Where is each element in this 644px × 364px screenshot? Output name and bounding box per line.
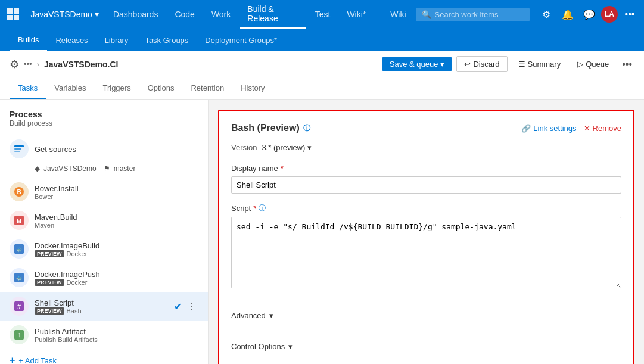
link-icon: 🔗: [521, 124, 531, 133]
tab-variables[interactable]: Variables: [46, 77, 94, 99]
page-tabs: Tasks Variables Triggers Options Retenti…: [0, 77, 644, 100]
nav-test[interactable]: Test: [308, 0, 338, 29]
shell-task-more-btn[interactable]: ⋮: [184, 300, 198, 313]
more-menu-btn[interactable]: •••: [620, 5, 639, 24]
control-options-section[interactable]: Control Options ▾: [231, 336, 621, 357]
display-name-input[interactable]: [231, 176, 621, 194]
advanced-chevron-icon: ▾: [269, 311, 273, 320]
bower-icon: B: [10, 182, 29, 201]
nav-work[interactable]: Work: [204, 0, 238, 29]
svg-rect-3: [14, 15, 19, 20]
task-shell-script[interactable]: # Shell Script PREVIEW Bash ✔ ⋮: [0, 292, 208, 321]
docker-imagebuild-info: Docker.ImageBuild PREVIEW Docker: [35, 241, 198, 257]
version-select[interactable]: 3.* (preview) ▾: [262, 143, 312, 152]
tab-options[interactable]: Options: [139, 77, 183, 99]
breadcrumb-dots[interactable]: •••: [24, 60, 32, 69]
task-get-sources[interactable]: Get sources: [0, 135, 208, 163]
svg-text:#: #: [17, 303, 21, 310]
tab-tasks[interactable]: Tasks: [10, 77, 46, 99]
sub-nav: Builds Releases Library Task Groups Depl…: [0, 29, 644, 51]
task-publish-artifact[interactable]: ↑ Publish Artifact Publish Build Artifac…: [0, 321, 208, 349]
config-header: Bash (Preview) ⓘ 🔗 Link settings ✕ Remov…: [231, 123, 621, 133]
tab-retention[interactable]: Retention: [182, 77, 232, 99]
discard-button[interactable]: ↩ Discard: [456, 56, 507, 72]
task-config-box: Bash (Preview) ⓘ 🔗 Link settings ✕ Remov…: [218, 110, 634, 364]
script-required: *: [253, 204, 256, 213]
process-sub: Build process: [10, 119, 198, 127]
chat-icon-btn[interactable]: 💬: [580, 5, 599, 24]
advanced-section[interactable]: Advanced ▾: [231, 305, 621, 326]
save-queue-button[interactable]: Save & queue ▾: [382, 57, 452, 71]
shell-script-actions: ✔ ⋮: [174, 300, 198, 313]
breadcrumb-bar: ⚙ ••• › JavaVSTSDemo.CI Save & queue ▾ ↩…: [0, 51, 644, 77]
title-info-icon[interactable]: ⓘ: [303, 123, 310, 133]
nav-dashboards[interactable]: Dashboards: [106, 0, 166, 29]
task-docker-imagebuild[interactable]: 🐳 Docker.ImageBuild PREVIEW Docker: [0, 235, 208, 263]
branch-name: master: [114, 164, 136, 173]
subnav-releases[interactable]: Releases: [47, 30, 96, 51]
svg-rect-5: [14, 148, 21, 150]
script-label: Script * ⓘ: [231, 203, 621, 213]
svg-text:🐳: 🐳: [16, 247, 22, 253]
publish-artifact-icon: ↑: [10, 325, 29, 344]
script-textarea[interactable]: [231, 217, 621, 288]
subnav-library[interactable]: Library: [97, 30, 137, 51]
pipeline-icon: ⚙: [10, 58, 19, 71]
org-name[interactable]: JavaVSTSDemo ▾: [26, 0, 103, 29]
search-box[interactable]: 🔍: [416, 8, 530, 21]
queue-icon: ▷: [577, 60, 583, 69]
settings-icon-btn[interactable]: ⚙: [537, 5, 556, 24]
tab-history[interactable]: History: [232, 77, 273, 99]
add-task-button[interactable]: + + Add Task: [0, 349, 208, 364]
discard-icon: ↩: [464, 60, 471, 69]
publish-artifact-info: Publish Artifact Publish Build Artifacts: [35, 327, 198, 343]
svg-rect-2: [7, 15, 13, 20]
right-panel: Bash (Preview) ⓘ 🔗 Link settings ✕ Remov…: [209, 100, 644, 364]
queue-button[interactable]: ▷ Queue: [571, 57, 615, 71]
svg-text:🐳: 🐳: [16, 275, 22, 281]
user-avatar[interactable]: LA: [601, 6, 618, 23]
display-name-group: Display name *: [231, 164, 621, 194]
nav-wiki[interactable]: Wiki: [383, 0, 413, 29]
maven-build-info: Maven.Build Maven: [35, 213, 198, 229]
bower-install-info: Bower.Install Bower: [35, 184, 198, 200]
task-docker-imagepush[interactable]: 🐳 Docker.ImagePush PREVIEW Docker: [0, 263, 208, 292]
breadcrumb-current: JavaVSTSDemo.CI: [44, 60, 119, 69]
get-sources-info: Get sources: [35, 145, 198, 154]
display-name-required: *: [281, 164, 284, 173]
main-content: Process Build process Get sources ◆ Java…: [0, 100, 644, 364]
top-nav: JavaVSTSDemo ▾ Dashboards Code Work Buil…: [0, 0, 644, 29]
task-bower-install[interactable]: B Bower.Install Bower: [0, 178, 208, 206]
task-maven-build[interactable]: M Maven.Build Maven: [0, 206, 208, 235]
nav-wiki-star[interactable]: Wiki*: [340, 0, 373, 29]
add-icon: +: [10, 355, 15, 364]
remove-button[interactable]: ✕ Remove: [584, 124, 621, 133]
notifications-icon-btn[interactable]: 🔔: [558, 5, 577, 24]
search-icon: 🔍: [422, 10, 431, 19]
left-panel: Process Build process Get sources ◆ Java…: [0, 100, 209, 364]
branch-icon: ⚑: [104, 164, 110, 173]
config-title: Bash (Preview) ⓘ: [231, 123, 310, 133]
shell-script-icon: #: [10, 297, 29, 316]
subnav-task-groups[interactable]: Task Groups: [136, 30, 197, 51]
more-actions-button[interactable]: •••: [620, 58, 634, 71]
process-header: Process Build process: [0, 107, 208, 135]
script-info-icon[interactable]: ⓘ: [259, 203, 266, 213]
script-group: Script * ⓘ: [231, 203, 621, 290]
link-settings-button[interactable]: 🔗 Link settings: [521, 124, 576, 133]
search-input[interactable]: [435, 10, 524, 19]
get-sources-details: ◆ JavaVSTSDemo ⚑ master: [0, 163, 208, 178]
nav-build-release[interactable]: Build & Release: [240, 0, 305, 29]
svg-text:↑: ↑: [17, 331, 21, 339]
svg-rect-0: [7, 8, 13, 14]
close-icon: ✕: [584, 124, 590, 133]
get-sources-icon: [10, 139, 29, 158]
nav-icons: ⚙ 🔔 💬 LA •••: [537, 5, 639, 24]
breadcrumb-sep: ›: [37, 60, 39, 69]
subnav-deployment-groups[interactable]: Deployment Groups*: [197, 30, 285, 51]
subnav-builds[interactable]: Builds: [10, 29, 47, 51]
summary-button[interactable]: ☰ Summary: [512, 57, 567, 71]
tab-triggers[interactable]: Triggers: [94, 77, 139, 99]
nav-code[interactable]: Code: [167, 0, 201, 29]
display-name-label: Display name *: [231, 164, 621, 173]
